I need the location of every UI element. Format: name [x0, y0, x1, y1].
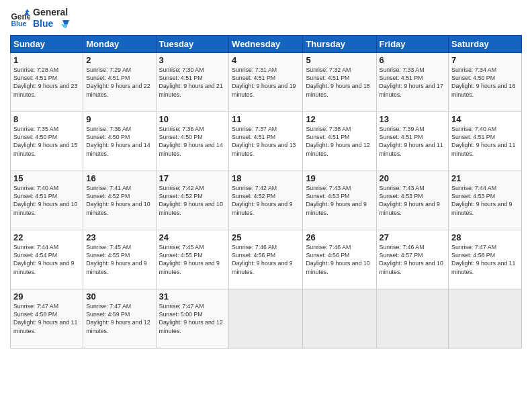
sunrise-label: Sunrise: 7:34 AM [451, 66, 496, 73]
day-info: Sunrise: 7:47 AM Sunset: 4:59 PM Dayligh… [86, 302, 152, 335]
day-info: Sunrise: 7:37 AM Sunset: 4:51 PM Dayligh… [232, 125, 300, 158]
day-info: Sunrise: 7:35 AM Sunset: 4:50 PM Dayligh… [13, 125, 80, 158]
empty-cell [449, 289, 522, 348]
sunset-label: Sunset: 4:50 PM [159, 134, 203, 140]
calendar-cell-24: 24 Sunrise: 7:45 AM Sunset: 4:55 PM Dayl… [156, 230, 229, 289]
day-number: 27 [380, 232, 446, 242]
header: General Blue General Blue [10, 7, 522, 30]
weekday-header-saturday: Saturday [449, 35, 522, 52]
daylight-label: Daylight: 9 hours and 14 minutes. [159, 142, 223, 156]
logo-icon: General Blue [10, 8, 30, 28]
day-number: 2 [86, 55, 152, 65]
daylight-label: Daylight: 9 hours and 11 minutes. [451, 260, 515, 275]
sunset-label: Sunset: 4:50 PM [86, 134, 130, 140]
empty-cell [376, 289, 449, 348]
day-number: 28 [451, 232, 519, 242]
calendar-cell-13: 13 Sunrise: 7:39 AM Sunset: 4:51 PM Dayl… [376, 111, 449, 171]
daylight-label: Daylight: 9 hours and 11 minutes. [380, 142, 443, 156]
sunset-label: Sunset: 4:51 PM [13, 75, 57, 81]
day-info: Sunrise: 7:46 AM Sunset: 4:57 PM Dayligh… [380, 243, 446, 276]
sunrise-label: Sunrise: 7:37 AM [232, 126, 277, 132]
sunset-label: Sunset: 4:51 PM [380, 134, 423, 140]
weekday-header-friday: Friday [376, 35, 449, 52]
sunrise-label: Sunrise: 7:36 AM [159, 126, 204, 132]
calendar-cell-21: 21 Sunrise: 7:44 AM Sunset: 4:53 PM Dayl… [449, 171, 522, 230]
sunrise-label: Sunrise: 7:45 AM [159, 244, 204, 250]
sunrise-label: Sunrise: 7:32 AM [306, 66, 351, 73]
day-info: Sunrise: 7:47 AM Sunset: 5:00 PM Dayligh… [159, 302, 226, 335]
calendar-cell-18: 18 Sunrise: 7:42 AM Sunset: 4:52 PM Dayl… [229, 171, 303, 230]
day-info: Sunrise: 7:46 AM Sunset: 4:56 PM Dayligh… [306, 243, 373, 276]
sunrise-label: Sunrise: 7:46 AM [232, 244, 277, 250]
sunrise-label: Sunrise: 7:38 AM [306, 126, 351, 132]
daylight-label: Daylight: 9 hours and 9 minutes. [451, 201, 512, 216]
sunrise-label: Sunrise: 7:42 AM [232, 185, 277, 191]
weekday-header-sunday: Sunday [11, 35, 83, 52]
sunset-label: Sunset: 4:50 PM [451, 75, 495, 81]
empty-cell [229, 289, 303, 348]
sunset-label: Sunset: 4:51 PM [86, 75, 130, 81]
calendar-cell-30: 30 Sunrise: 7:47 AM Sunset: 4:59 PM Dayl… [83, 289, 156, 348]
daylight-label: Daylight: 9 hours and 9 minutes. [380, 201, 440, 216]
sunset-label: Sunset: 4:55 PM [159, 252, 203, 259]
day-info: Sunrise: 7:47 AM Sunset: 4:58 PM Dayligh… [13, 302, 80, 335]
day-number: 30 [86, 291, 152, 302]
svg-marker-2 [26, 9, 30, 12]
day-number: 6 [380, 55, 446, 65]
day-info: Sunrise: 7:28 AM Sunset: 4:51 PM Dayligh… [13, 66, 80, 99]
calendar-cell-25: 25 Sunrise: 7:46 AM Sunset: 4:56 PM Dayl… [229, 230, 303, 289]
sunrise-label: Sunrise: 7:40 AM [451, 126, 496, 132]
sunset-label: Sunset: 4:53 PM [306, 193, 349, 199]
day-info: Sunrise: 7:36 AM Sunset: 4:50 PM Dayligh… [86, 125, 152, 158]
sunrise-label: Sunrise: 7:46 AM [380, 244, 425, 250]
day-info: Sunrise: 7:29 AM Sunset: 4:51 PM Dayligh… [86, 66, 152, 99]
sunrise-label: Sunrise: 7:47 AM [451, 244, 496, 250]
daylight-label: Daylight: 9 hours and 14 minutes. [86, 142, 150, 156]
day-info: Sunrise: 7:33 AM Sunset: 4:51 PM Dayligh… [380, 66, 446, 99]
sunrise-label: Sunrise: 7:44 AM [13, 244, 58, 250]
daylight-label: Daylight: 9 hours and 17 minutes. [380, 83, 443, 97]
day-info: Sunrise: 7:40 AM Sunset: 4:51 PM Dayligh… [13, 184, 80, 217]
calendar-cell-16: 16 Sunrise: 7:41 AM Sunset: 4:52 PM Dayl… [83, 171, 156, 230]
day-number: 11 [232, 114, 300, 124]
day-info: Sunrise: 7:32 AM Sunset: 4:51 PM Dayligh… [306, 66, 373, 99]
calendar-cell-15: 15 Sunrise: 7:40 AM Sunset: 4:51 PM Dayl… [11, 171, 83, 230]
day-number: 22 [13, 232, 80, 242]
sunset-label: Sunset: 5:00 PM [159, 311, 203, 318]
sunrise-label: Sunrise: 7:47 AM [86, 303, 131, 310]
calendar-cell-3: 3 Sunrise: 7:30 AM Sunset: 4:51 PM Dayli… [156, 52, 229, 111]
day-number: 9 [86, 114, 152, 124]
sunset-label: Sunset: 4:58 PM [13, 311, 57, 318]
day-number: 13 [380, 114, 446, 124]
sunrise-label: Sunrise: 7:33 AM [380, 66, 425, 73]
sunrise-label: Sunrise: 7:35 AM [13, 126, 58, 132]
day-number: 18 [232, 173, 300, 183]
daylight-label: Daylight: 9 hours and 15 minutes. [13, 142, 77, 156]
sunset-label: Sunset: 4:54 PM [13, 252, 57, 259]
daylight-label: Daylight: 9 hours and 22 minutes. [86, 83, 150, 97]
calendar-cell-23: 23 Sunrise: 7:45 AM Sunset: 4:55 PM Dayl… [83, 230, 156, 289]
day-number: 26 [306, 232, 373, 242]
day-number: 19 [306, 173, 373, 183]
daylight-label: Daylight: 9 hours and 19 minutes. [232, 83, 296, 97]
sunset-label: Sunset: 4:51 PM [451, 134, 495, 140]
day-number: 15 [13, 173, 80, 183]
calendar-cell-27: 27 Sunrise: 7:46 AM Sunset: 4:57 PM Dayl… [376, 230, 449, 289]
day-info: Sunrise: 7:42 AM Sunset: 4:52 PM Dayligh… [159, 184, 226, 217]
calendar-cell-6: 6 Sunrise: 7:33 AM Sunset: 4:51 PM Dayli… [376, 52, 449, 111]
day-number: 31 [159, 291, 226, 302]
day-number: 7 [451, 55, 519, 65]
sunset-label: Sunset: 4:59 PM [86, 311, 130, 318]
sunrise-label: Sunrise: 7:29 AM [86, 66, 131, 73]
day-number: 3 [159, 55, 226, 65]
day-info: Sunrise: 7:44 AM Sunset: 4:53 PM Dayligh… [451, 184, 519, 217]
sunset-label: Sunset: 4:52 PM [232, 193, 275, 199]
sunrise-label: Sunrise: 7:46 AM [306, 244, 351, 250]
day-info: Sunrise: 7:44 AM Sunset: 4:54 PM Dayligh… [13, 243, 80, 276]
calendar-cell-7: 7 Sunrise: 7:34 AM Sunset: 4:50 PM Dayli… [449, 52, 522, 111]
day-number: 16 [86, 173, 152, 183]
sunset-label: Sunset: 4:53 PM [451, 193, 495, 199]
daylight-label: Daylight: 9 hours and 11 minutes. [451, 142, 515, 156]
weekday-header-thursday: Thursday [303, 35, 376, 52]
sunset-label: Sunset: 4:51 PM [232, 75, 275, 81]
